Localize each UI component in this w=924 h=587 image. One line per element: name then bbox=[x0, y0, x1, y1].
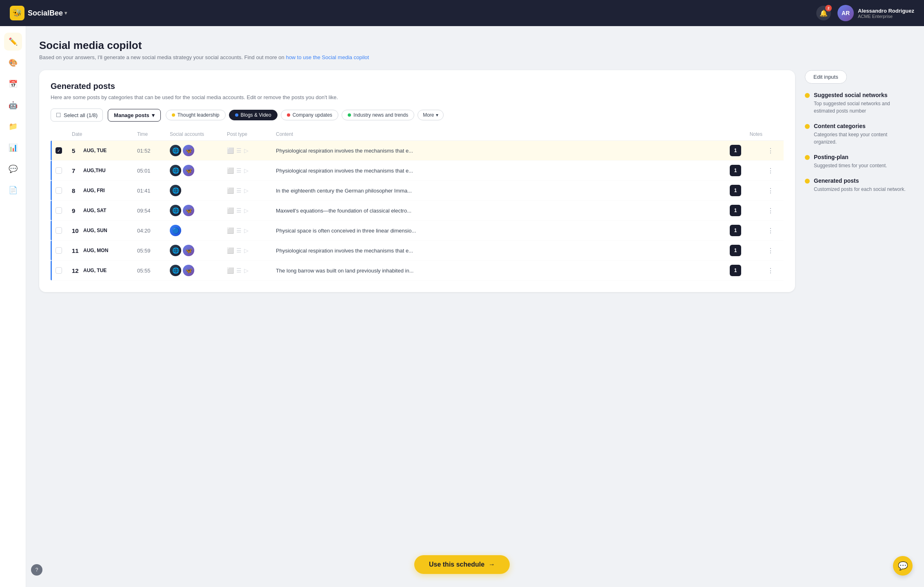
social-accounts-cell: 🌐 🦋 bbox=[170, 165, 227, 176]
date-cell: 11 AUG, MON bbox=[72, 247, 137, 254]
row-menu-button[interactable]: ⋮ bbox=[762, 267, 779, 275]
date-number: 12 bbox=[72, 267, 80, 274]
sidebar-item-calendar[interactable]: 📅 bbox=[4, 75, 22, 93]
step-content-categories: Content categories Categories that keep … bbox=[805, 123, 911, 146]
social-avatar-purple[interactable]: 🦋 bbox=[183, 165, 194, 176]
main-panel: Generated posts Here are some posts by c… bbox=[39, 70, 795, 292]
row-menu-button[interactable]: ⋮ bbox=[762, 207, 779, 215]
social-avatar-dark[interactable]: 🌐 bbox=[170, 165, 181, 176]
step-posting-plan: Posting-plan Suggested times for your co… bbox=[805, 154, 911, 169]
notes-badge[interactable]: 1 bbox=[730, 185, 741, 196]
date-number: 10 bbox=[72, 227, 80, 234]
right-panel: Edit inputs Suggested social networks To… bbox=[805, 70, 911, 193]
row-menu-button[interactable]: ⋮ bbox=[762, 147, 779, 155]
social-avatar-dark[interactable]: 🌐 bbox=[170, 185, 181, 196]
header-date: Date bbox=[72, 131, 137, 137]
row-checkbox[interactable] bbox=[56, 187, 62, 194]
social-avatar-purple[interactable]: 🦋 bbox=[183, 145, 194, 156]
table-row: 11 AUG, MON 05:59 🌐 🦋 ⬜ ☰ ▷ Physiologica… bbox=[51, 241, 784, 261]
tab-thought-leadership[interactable]: Thought leadership bbox=[166, 110, 226, 120]
tab-blogs-video[interactable]: Blogs & Video bbox=[229, 110, 278, 120]
social-avatar-dark[interactable]: 🌐 bbox=[170, 205, 181, 216]
tab-company-label: Company updates bbox=[293, 112, 332, 118]
bottom-bar: Use this schedule → bbox=[414, 555, 510, 574]
social-avatar-purple[interactable]: 🦋 bbox=[183, 245, 194, 256]
page-subtitle-text: Based on your answers, I'll generate a n… bbox=[39, 54, 286, 60]
sidebar-item-analytics[interactable]: 📊 bbox=[4, 139, 22, 157]
header-actions bbox=[762, 131, 779, 137]
sidebar-item-engage[interactable]: 💬 bbox=[4, 160, 22, 178]
social-accounts-cell: 🔵 bbox=[170, 225, 227, 236]
video-icon: ▷ bbox=[244, 227, 249, 234]
row-checkbox[interactable] bbox=[56, 267, 62, 274]
user-info-area: AR Alessandro Rodriguez ACME Enterprise bbox=[837, 5, 914, 21]
notes-badge[interactable]: 1 bbox=[730, 265, 741, 276]
social-avatar-dark[interactable]: 🌐 bbox=[170, 245, 181, 256]
image-icon: ⬜ bbox=[227, 147, 234, 154]
date-label: AUG, SUN bbox=[83, 228, 107, 233]
social-avatar-blue[interactable]: 🔵 bbox=[170, 225, 181, 236]
video-icon: ▷ bbox=[244, 187, 249, 194]
social-avatar-dark[interactable]: 🌐 bbox=[170, 145, 181, 156]
row-menu-button[interactable]: ⋮ bbox=[762, 247, 779, 255]
video-icon: ▷ bbox=[244, 167, 249, 174]
date-label: AUG, TUE bbox=[83, 148, 107, 153]
row-checkbox[interactable] bbox=[56, 167, 62, 174]
main-content: Social media copilot Based on your answe… bbox=[26, 26, 924, 587]
content-preview: Physical space is often conceived in thr… bbox=[276, 228, 730, 234]
tab-company-updates[interactable]: Company updates bbox=[281, 110, 338, 120]
row-menu-button[interactable]: ⋮ bbox=[762, 227, 779, 235]
more-label: More bbox=[423, 112, 434, 118]
step-desc: Top suggested social networks and estima… bbox=[805, 100, 911, 115]
sidebar-item-design[interactable]: 🎨 bbox=[4, 54, 22, 72]
social-avatar-dark[interactable]: 🌐 bbox=[170, 265, 181, 276]
image-icon: ⬜ bbox=[227, 207, 234, 214]
step-generated-posts: Generated posts Customized posts for eac… bbox=[805, 177, 911, 193]
learn-more-link[interactable]: how to use the Social media copilot bbox=[286, 54, 369, 60]
user-org: ACME Enterprise bbox=[858, 14, 914, 19]
chat-button[interactable]: 💬 bbox=[893, 556, 913, 576]
table-row: 12 AUG, TUE 05:55 🌐 🦋 ⬜ ☰ ▷ The long bar… bbox=[51, 261, 784, 281]
row-checkbox[interactable] bbox=[56, 227, 62, 234]
sidebar-item-ai-copilot[interactable]: 🤖 bbox=[4, 96, 22, 114]
step-title: Content categories bbox=[814, 123, 866, 129]
tab-industry-news[interactable]: Industry news and trends bbox=[342, 110, 414, 120]
app-name[interactable]: SocialBee ▾ bbox=[28, 9, 67, 18]
row-checkbox[interactable] bbox=[56, 147, 62, 154]
text-icon: ☰ bbox=[236, 207, 242, 214]
sidebar-item-content[interactable]: 📁 bbox=[4, 117, 22, 135]
sidebar-item-reports[interactable]: 📄 bbox=[4, 181, 22, 199]
tab-industry-label: Industry news and trends bbox=[353, 112, 408, 118]
content-preview: Physiological respiration involves the m… bbox=[276, 168, 730, 174]
date-label: AUG, SAT bbox=[83, 208, 106, 213]
image-icon: ⬜ bbox=[227, 227, 234, 234]
row-menu-button[interactable]: ⋮ bbox=[762, 167, 779, 175]
edit-inputs-button[interactable]: Edit inputs bbox=[805, 70, 847, 84]
social-avatar-purple[interactable]: 🦋 bbox=[183, 205, 194, 216]
notes-badge[interactable]: 1 bbox=[730, 245, 741, 256]
manage-posts-button[interactable]: Manage posts ▾ bbox=[108, 109, 161, 122]
date-cell: 5 AUG, TUE bbox=[72, 147, 137, 154]
row-menu-button[interactable]: ⋮ bbox=[762, 187, 779, 195]
notes-badge[interactable]: 1 bbox=[730, 205, 741, 216]
time-cell: 09:54 bbox=[137, 208, 170, 214]
use-schedule-button[interactable]: Use this schedule → bbox=[414, 555, 510, 574]
use-schedule-label: Use this schedule bbox=[429, 561, 484, 568]
select-all-button[interactable]: ☐ Select all (1/8) bbox=[51, 109, 103, 122]
industry-dot bbox=[348, 113, 351, 117]
time-cell: 05:55 bbox=[137, 268, 170, 274]
row-checkbox[interactable] bbox=[56, 247, 62, 254]
notes-badge[interactable]: 1 bbox=[730, 225, 741, 236]
row-checkbox[interactable] bbox=[56, 207, 62, 214]
sidebar-item-create-post[interactable]: ✏️ bbox=[4, 33, 22, 51]
notifications-button[interactable]: 🔔 2 bbox=[816, 6, 831, 20]
notes-badge[interactable]: 1 bbox=[730, 165, 741, 176]
notes-badge[interactable]: 1 bbox=[730, 145, 741, 156]
step-dot bbox=[805, 179, 810, 184]
more-categories-button[interactable]: More ▾ bbox=[418, 110, 443, 120]
post-type-icons: ⬜ ☰ ▷ bbox=[227, 207, 276, 214]
page-subtitle: Based on your answers, I'll generate a n… bbox=[39, 54, 911, 60]
social-avatar-purple[interactable]: 🦋 bbox=[183, 265, 194, 276]
help-button[interactable]: ? bbox=[31, 564, 42, 576]
post-type-icons: ⬜ ☰ ▷ bbox=[227, 147, 276, 154]
